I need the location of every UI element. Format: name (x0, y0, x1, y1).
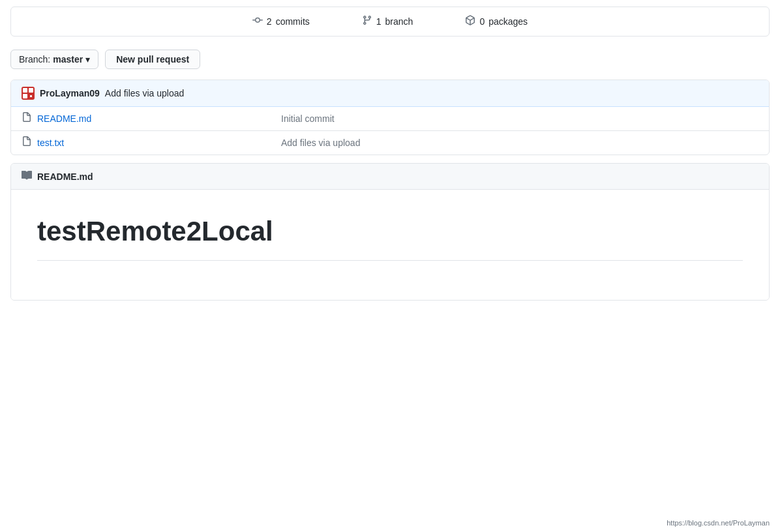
file-link[interactable]: test.txt (37, 138, 276, 148)
table-row: README.md Initial commit (11, 107, 769, 131)
svg-rect-2 (29, 88, 33, 93)
stats-bar: 2 commits 1 branch 0 packages (10, 7, 770, 37)
readme-heading: testRemote2Local (37, 216, 743, 247)
branches-icon (362, 15, 372, 28)
table-row: test.txt Add files via upload (11, 131, 769, 155)
commit-header: ProLayman09 Add files via upload (11, 80, 769, 107)
avatar (22, 87, 35, 100)
file-link[interactable]: README.md (37, 113, 276, 124)
svg-rect-5 (30, 95, 32, 97)
file-table: ProLayman09 Add files via upload README.… (10, 80, 770, 155)
packages-stat[interactable]: 0 packages (465, 15, 528, 28)
commits-label: commits (276, 16, 310, 27)
readme-divider (37, 260, 743, 261)
commits-icon (252, 15, 263, 28)
branches-stat[interactable]: 1 branch (362, 15, 413, 28)
svg-rect-1 (23, 88, 27, 93)
branch-name: master (53, 54, 83, 65)
commits-count: 2 (267, 16, 272, 27)
packages-count: 0 (479, 16, 485, 27)
file-commit-message: Initial commit (281, 113, 758, 124)
readme-body: testRemote2Local (11, 190, 769, 300)
new-pull-request-button[interactable]: New pull request (105, 50, 200, 69)
commit-message: Add files via upload (105, 88, 184, 98)
branch-prefix: Branch: (19, 54, 50, 65)
packages-icon (465, 15, 475, 28)
readme-header: README.md (11, 164, 769, 190)
toolbar: Branch: master ▾ New pull request (0, 43, 780, 76)
branches-label: branch (385, 16, 413, 27)
file-icon (22, 136, 32, 149)
packages-label: packages (488, 16, 528, 27)
branches-count: 1 (376, 16, 382, 27)
book-icon (22, 170, 32, 183)
chevron-down-icon: ▾ (85, 54, 90, 65)
svg-rect-3 (23, 94, 27, 98)
readme-section: README.md testRemote2Local (10, 163, 770, 301)
readme-title: README.md (37, 171, 93, 182)
file-icon (22, 112, 32, 125)
file-commit-message: Add files via upload (281, 138, 758, 148)
commits-stat[interactable]: 2 commits (252, 15, 310, 28)
commit-author[interactable]: ProLayman09 (40, 88, 100, 98)
branch-selector[interactable]: Branch: master ▾ (10, 50, 98, 69)
